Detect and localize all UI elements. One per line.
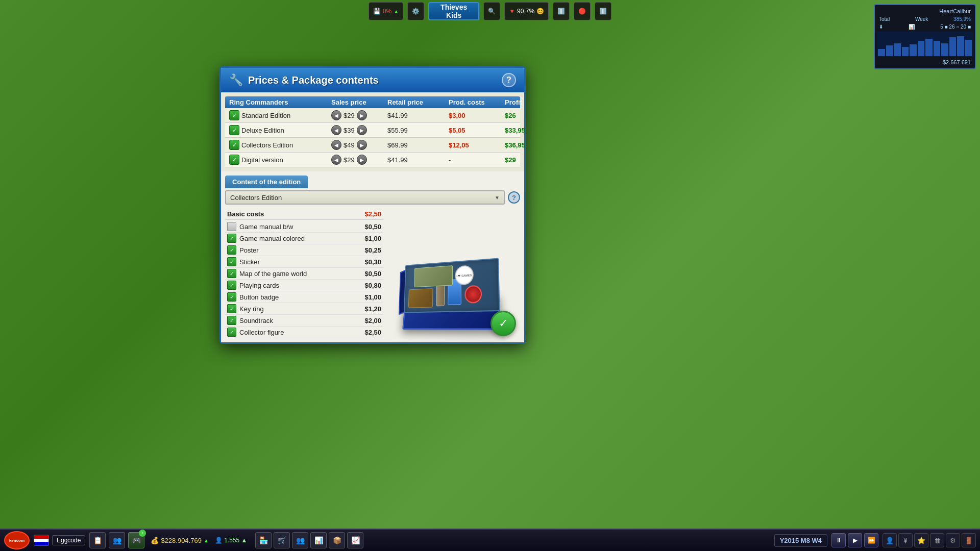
prod-deluxe: $5,05 — [449, 127, 505, 134]
edition-row-deluxe[interactable]: ✓ Deluxe Edition ◀ $39 ▶ $55.99 $5,05 $3… — [225, 123, 520, 138]
hud-info3[interactable]: ℹ️ — [595, 2, 611, 20]
confirm-button[interactable]: ✓ — [491, 311, 516, 336]
people-icon[interactable]: 👥 — [292, 532, 308, 548]
search-icon: 🔍 — [488, 8, 496, 15]
col-name: Ring Commanders — [229, 98, 331, 106]
check-deluxe[interactable]: ✓ — [229, 125, 239, 135]
delete-icon[interactable]: 🗑 — [930, 533, 944, 547]
mic-icon[interactable]: 🎙 — [898, 533, 913, 547]
item-row-3[interactable]: ✓ Sticker $0,30 — [225, 256, 383, 268]
content-section: Content of the edition Collectors Editio… — [221, 171, 524, 342]
content-tab-label[interactable]: Content of the edition — [225, 176, 308, 188]
price-nav-standard[interactable]: ◀ $29 ▶ — [331, 110, 367, 120]
prod-standard: $3,00 — [449, 112, 505, 119]
hud-info1[interactable]: ℹ️ — [553, 2, 570, 20]
basic-costs-row: Basic costs $2,50 — [225, 209, 383, 220]
chart-icon[interactable]: 📊 — [310, 532, 327, 548]
item-row-6[interactable]: ✓ Button badge $1,00 — [225, 291, 383, 303]
item-price-0: $0,50 — [364, 223, 381, 231]
game-title-box[interactable]: Thieves Kids — [428, 2, 479, 20]
item-row-0[interactable]: Game manual b/w $0,50 — [225, 221, 383, 233]
hud-search: 🔍 — [483, 2, 500, 20]
info-icon: ℹ️ — [557, 8, 565, 15]
exit-icon[interactable]: 🚪 — [962, 533, 976, 547]
price-inc-deluxe[interactable]: ▶ — [357, 125, 367, 135]
employees-icon[interactable]: 👥 — [109, 532, 125, 548]
chart-bar — [894, 43, 901, 56]
price-dec-collectors[interactable]: ◀ — [331, 140, 341, 150]
items-list: Basic costs $2,50 Game manual b/w $0,50 … — [225, 209, 383, 338]
item-check-2[interactable]: ✓ — [227, 245, 236, 255]
item-row-4[interactable]: ✓ Map of the game world $0,50 — [225, 268, 383, 280]
item-row-1[interactable]: ✓ Game manual colored $1,00 — [225, 233, 383, 244]
check-standard[interactable]: ✓ — [229, 110, 239, 120]
col-profit: Profit — [505, 98, 551, 106]
item-row-7[interactable]: ✓ Key ring $1,20 — [225, 303, 383, 315]
price-inc-digital[interactable]: ▶ — [357, 155, 367, 165]
price-inc-standard[interactable]: ▶ — [357, 110, 367, 120]
item-price-7: $1,20 — [364, 305, 381, 313]
price-nav-digital[interactable]: ◀ $29 ▶ — [331, 155, 367, 165]
item-check-3[interactable]: ✓ — [227, 257, 236, 266]
bottom-center-icons: 🏪 🛒 👥 📊 📦 📈 — [255, 532, 363, 548]
content-help-button[interactable]: ? — [508, 191, 520, 204]
item-price-4: $0,50 — [364, 270, 381, 278]
package-icon[interactable]: 📦 — [329, 532, 345, 548]
fast-forward-button[interactable]: ⏩ — [864, 533, 878, 547]
table-header: Ring Commanders Sales price Retail price… — [225, 96, 520, 108]
price-dec-standard[interactable]: ◀ — [331, 110, 341, 120]
bottom-action-buttons: 📋 👥 🎮 + — [89, 532, 144, 548]
item-check-8[interactable]: ✓ — [227, 316, 236, 325]
total-label: Total — [879, 16, 890, 22]
item-check-6[interactable]: ✓ — [227, 292, 236, 302]
pause-button[interactable]: ⏸ — [831, 533, 846, 547]
menu-icon[interactable]: 📋 — [89, 532, 106, 548]
check-digital[interactable]: ✓ — [229, 155, 239, 165]
item-name-3: Sticker — [239, 258, 361, 266]
item-check-5[interactable]: ✓ — [227, 281, 236, 290]
edition-row-collectors[interactable]: ✓ Collectors Edition ◀ $49 ▶ $69.99 $12,… — [225, 138, 520, 153]
item-check-1[interactable]: ✓ — [227, 234, 236, 243]
star-icon[interactable]: ⭐ — [914, 533, 928, 547]
chart-bar — [957, 36, 964, 56]
price-inc-collectors[interactable]: ▶ — [357, 140, 367, 150]
controller-icon[interactable]: 🎮 + — [128, 532, 144, 548]
chart-bar — [878, 49, 885, 56]
chart-bar — [925, 39, 933, 57]
save-icon: 💾 — [373, 8, 381, 15]
edition-row-digital[interactable]: ✓ Digital version ◀ $29 ▶ $41.99 - $29 — [225, 153, 520, 167]
dialog-help-button[interactable]: ? — [502, 73, 516, 87]
item-check-0[interactable] — [227, 222, 236, 231]
edition-row-standard[interactable]: ✓ Standard Edition ◀ $29 ▶ $41.99 $3,00 … — [225, 108, 520, 123]
price-dec-digital[interactable]: ◀ — [331, 155, 341, 165]
trending-icon[interactable]: 📈 — [347, 532, 363, 548]
item-name-2: Poster — [239, 246, 361, 254]
item-row-5[interactable]: ✓ Playing cards $0,80 — [225, 280, 383, 291]
item-row-9[interactable]: ✓ Collector figure $2,50 — [225, 327, 383, 338]
badge-plus: + — [139, 530, 146, 537]
edition-name-standard: ✓ Standard Edition — [229, 110, 331, 120]
item-row-2[interactable]: ✓ Poster $0,25 — [225, 244, 383, 256]
hud-info2[interactable]: 🔴 — [574, 2, 591, 20]
item-check-4[interactable]: ✓ — [227, 269, 236, 278]
item-check-9[interactable]: ✓ — [227, 328, 236, 337]
item-check-7[interactable]: ✓ — [227, 304, 236, 313]
price-nav-deluxe[interactable]: ◀ $39 ▶ — [331, 125, 367, 135]
bar-chart-icon: 📊 — [909, 24, 915, 30]
settings-icon[interactable]: ⚙ — [946, 533, 960, 547]
item-row-8[interactable]: ✓ Soundtrack $2,00 — [225, 315, 383, 327]
check-collectors[interactable]: ✓ — [229, 140, 239, 150]
chart-bar — [886, 45, 893, 56]
download-icon: ⬇ — [879, 24, 883, 30]
price-nav-collectors[interactable]: ◀ $49 ▶ — [331, 140, 367, 150]
money-trend-icon: ▲ — [204, 538, 209, 543]
cart-icon[interactable]: 🛒 — [274, 532, 290, 548]
currency-icon: 💰 — [151, 537, 159, 544]
item-price-6: $1,00 — [364, 293, 381, 301]
item-price-5: $0,80 — [364, 282, 381, 289]
profile-icon[interactable]: 👤 — [883, 533, 897, 547]
play-button[interactable]: ▶ — [848, 533, 862, 547]
store-icon[interactable]: 🏪 — [255, 532, 272, 548]
edition-dropdown[interactable]: Collectors Edition ▼ — [225, 190, 505, 205]
price-dec-deluxe[interactable]: ◀ — [331, 125, 341, 135]
